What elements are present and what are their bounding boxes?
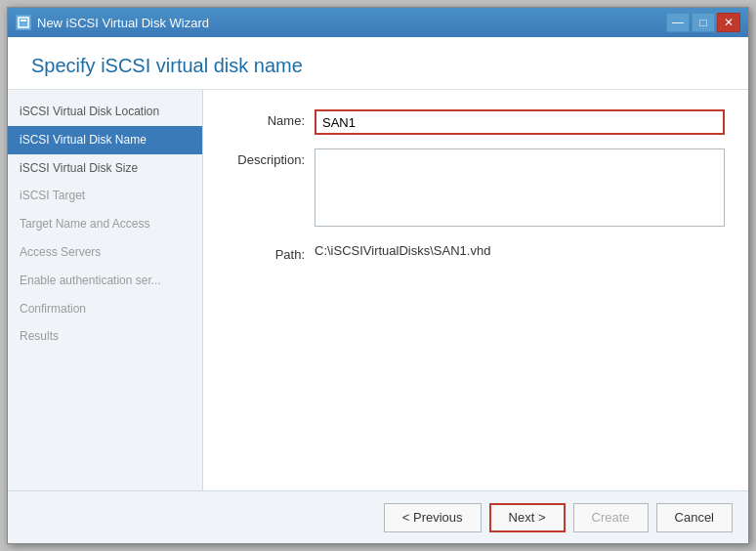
name-row: Name: — [227, 109, 725, 135]
footer: < Previous Next > Create Cancel — [8, 490, 748, 543]
description-textarea[interactable] — [315, 148, 725, 227]
form-area: Name: Description: Path: C:\iSCSIVirtual… — [203, 90, 748, 490]
window-controls: — □ ✕ — [666, 13, 740, 32]
wizard-window: New iSCSI Virtual Disk Wizard — □ ✕ Spec… — [7, 7, 749, 544]
cancel-button[interactable]: Cancel — [656, 503, 733, 532]
sidebar-item-name[interactable]: iSCSI Virtual Disk Name — [8, 126, 202, 154]
title-bar: New iSCSI Virtual Disk Wizard — □ ✕ — [8, 8, 748, 37]
sidebar-item-access: Access Servers — [8, 238, 202, 267]
name-control-wrap — [315, 109, 725, 135]
sidebar-item-target-name: Target Name and Access — [8, 210, 202, 238]
sidebar-item-confirmation: Confirmation — [8, 295, 202, 323]
sidebar-item-location[interactable]: iSCSI Virtual Disk Location — [8, 98, 202, 126]
name-input[interactable] — [315, 109, 725, 135]
maximize-button[interactable]: □ — [692, 13, 715, 32]
sidebar: iSCSI Virtual Disk Location iSCSI Virtua… — [8, 90, 203, 490]
sidebar-item-target: iSCSI Target — [8, 182, 202, 210]
main-content: iSCSI Virtual Disk Location iSCSI Virtua… — [8, 90, 748, 490]
sidebar-item-auth: Enable authentication ser... — [8, 267, 202, 295]
next-button[interactable]: Next > — [489, 503, 566, 532]
previous-button[interactable]: < Previous — [384, 503, 482, 532]
description-control-wrap — [315, 148, 725, 230]
window-title: New iSCSI Virtual Disk Wizard — [37, 16, 209, 30]
content-area: Specify iSCSI virtual disk name iSCSI Vi… — [8, 37, 748, 490]
path-value-wrap: C:\iSCSIVirtualDisks\SAN1.vhd — [315, 243, 725, 258]
path-value: C:\iSCSIVirtualDisks\SAN1.vhd — [315, 239, 490, 258]
description-label: Description: — [227, 148, 315, 167]
page-header: Specify iSCSI virtual disk name — [8, 37, 748, 90]
svg-rect-1 — [21, 20, 26, 21]
title-bar-left: New iSCSI Virtual Disk Wizard — [16, 15, 209, 30]
sidebar-item-size[interactable]: iSCSI Virtual Disk Size — [8, 154, 202, 183]
path-label: Path: — [227, 243, 315, 262]
app-icon — [16, 15, 31, 30]
path-row: Path: C:\iSCSIVirtualDisks\SAN1.vhd — [227, 243, 725, 262]
minimize-button[interactable]: — — [666, 13, 690, 32]
description-row: Description: — [227, 148, 725, 230]
sidebar-item-results: Results — [8, 322, 202, 351]
name-label: Name: — [227, 109, 315, 128]
page-title: Specify iSCSI virtual disk name — [31, 55, 303, 76]
close-button[interactable]: ✕ — [717, 13, 740, 32]
create-button[interactable]: Create — [573, 503, 649, 532]
svg-rect-0 — [19, 18, 28, 27]
